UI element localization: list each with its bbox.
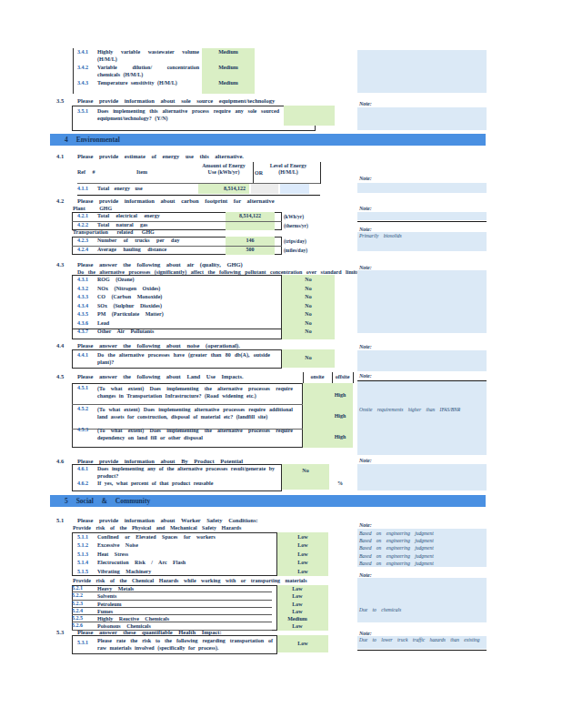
note-divider (357, 650, 487, 651)
unit-label: (kWh/yr) (284, 214, 304, 219)
col-divider (353, 372, 354, 383)
value-cell[interactable]: 146 (226, 238, 275, 243)
note-box-air-quality[interactable] (357, 270, 487, 333)
question-title: Please answer the following about Land U… (77, 373, 244, 379)
value-cell[interactable]: No (282, 468, 329, 473)
note-divider (357, 221, 487, 222)
value-cell[interactable]: Low (272, 592, 323, 600)
worker-safety-rows: 5.1.1 Confined or Elevated Spaces for wo… (77, 533, 332, 576)
table-row: 5.1.3 Heat Stress Low (77, 551, 332, 559)
row-ref: 5.1.5 (77, 569, 88, 574)
value-cell[interactable]: Medium (202, 80, 255, 86)
col-header-onsite: onsite (303, 374, 332, 380)
unit-label: (therms/yr) (284, 223, 308, 228)
question-title: Please provide information about By Prod… (77, 458, 243, 464)
value-cell[interactable]: No (282, 329, 335, 334)
note-box-plant-ghg[interactable] (357, 212, 487, 220)
question-number: 4.3 (56, 261, 64, 268)
table-row: 5.2.3 Petroleum Low (72, 601, 272, 608)
note-label: Note: (359, 458, 372, 463)
row-question: CO (Carbon Monoxide) (97, 293, 261, 300)
row-ref: 4.2.3 (77, 238, 88, 243)
unit-label: (miles/day) (284, 248, 307, 253)
row-ref: 5.2.4 (72, 608, 83, 613)
table-row: 4.6.1 Does implementing any of the alter… (77, 465, 335, 480)
value-cell[interactable]: Medium (202, 65, 255, 70)
row-ref: 5.2.1 (72, 585, 83, 591)
table-row: 4.5.1 (To what extent) Does implementing… (77, 384, 353, 405)
value-cell[interactable]: Low (277, 551, 328, 557)
row-ref: 4.5.3 (77, 427, 88, 432)
note-box-transport-ghg[interactable]: Primarily biosolids (357, 232, 487, 251)
value-cell[interactable]: Low (272, 585, 323, 592)
value-cell[interactable]: 8,514,122 (226, 213, 275, 218)
note-box-sole-source[interactable] (357, 107, 487, 130)
note-text: Onsite requirements higher than IFAS/BNR (357, 406, 487, 414)
row-ref: 4.3.3 (77, 294, 88, 299)
value-cell[interactable]: Medium (202, 49, 255, 55)
table-row: 5.3.1 Please rate the risk to the follow… (77, 637, 335, 652)
value-cell[interactable]: Low (277, 534, 328, 540)
table-row: 4.5.3 (To what extent) Does implementing… (77, 426, 353, 447)
row-question: (To what extent) Does implementing alter… (97, 406, 293, 420)
table-row: 4.3.7 Other Air Pollutants No (77, 328, 335, 337)
value-cell[interactable]: No (282, 286, 335, 291)
row-ref: 4.5.1 (77, 385, 88, 390)
question-number: 5.3 (56, 629, 64, 635)
note-text: Based on engineering judgment (357, 530, 487, 537)
question-title: Please provide information about sole so… (77, 97, 275, 104)
value-cell[interactable]: No (282, 303, 335, 308)
input-cell-sole-source[interactable] (284, 106, 335, 126)
question-number: 3.5 (56, 97, 64, 104)
value-cell[interactable]: 500 (226, 247, 275, 252)
value-cell[interactable]: Low (277, 560, 328, 565)
col-header-offsite: offsite (332, 374, 353, 380)
value-cell[interactable]: No (282, 311, 335, 317)
row-ref: 5.2.6 (72, 622, 83, 628)
value-cell[interactable]: High (327, 392, 353, 398)
col-header-level: Level of Energy (H/M/L) (267, 163, 309, 176)
row-ref: 4.4.1 (77, 352, 88, 358)
value-cell[interactable]: No (282, 294, 335, 299)
value-cell[interactable]: Low (272, 608, 323, 615)
value-cell[interactable]: Low (272, 601, 323, 608)
value-cell[interactable]: Medium (272, 615, 323, 622)
note-text: Based on engineering judgment (357, 560, 487, 567)
row-ref: 3.5.1 (77, 108, 88, 114)
row-question: (To what extent) Does implementing the a… (97, 427, 293, 441)
subheading-plant-ghg: Plant GHG (73, 206, 112, 211)
table-row: 4.3.1 ROG (Ozone) No (77, 276, 335, 285)
row-ref: 4.3.7 (77, 329, 88, 334)
value-cell[interactable]: Low (277, 542, 328, 548)
table-row: 5.2.1 Heavy Metals Low (72, 585, 272, 592)
value-cell[interactable]: No (282, 277, 335, 282)
plant-ghg-rows: 4.2.1 Total electrical energy 8,514,122 … (77, 212, 341, 230)
row-ref: 3.4.3 (77, 80, 88, 86)
note-box-byproduct[interactable] (357, 464, 487, 490)
sole-source-row: 3.5.1 Does implementing this alternative… (77, 107, 282, 122)
byproduct-rows: 4.6.1 Does implementing any of the alter… (77, 465, 335, 491)
input-cell-energy-level[interactable] (280, 184, 309, 194)
note-box-land-use[interactable]: Onsite requirements higher than IFAS/BNR (357, 381, 487, 455)
note-box-noise[interactable] (357, 350, 487, 371)
unit-label: (trips/day) (284, 238, 306, 244)
value-cell[interactable]: High (327, 413, 353, 419)
note-box-chemical[interactable]: Due to chemicals (357, 578, 487, 622)
question-number: 4.5 (56, 373, 64, 379)
col-divider (303, 372, 304, 383)
note-box-energy[interactable] (357, 183, 487, 193)
col-divider (253, 162, 254, 184)
value-cell[interactable]: Low (272, 622, 323, 630)
note-box-variability[interactable] (357, 50, 487, 93)
value-cell[interactable]: Low (277, 641, 328, 646)
value-cell[interactable]: Low (277, 569, 328, 574)
note-box-health[interactable]: Due to lower truck traffic hazards than … (357, 636, 487, 649)
value-cell[interactable]: No (282, 355, 335, 360)
value-cell[interactable]: High (327, 434, 353, 440)
col-header-ref: Ref # (77, 169, 105, 176)
note-box-worker-safety[interactable]: Based on engineering judgment Based on e… (357, 529, 487, 567)
row-question: Solvents (97, 592, 261, 600)
input-cell-energy-amount[interactable]: 8,514,122 (198, 184, 249, 194)
value-cell[interactable]: No (282, 320, 335, 326)
table-row: 4.5.2 (To what extent) Does implementing… (77, 405, 353, 426)
